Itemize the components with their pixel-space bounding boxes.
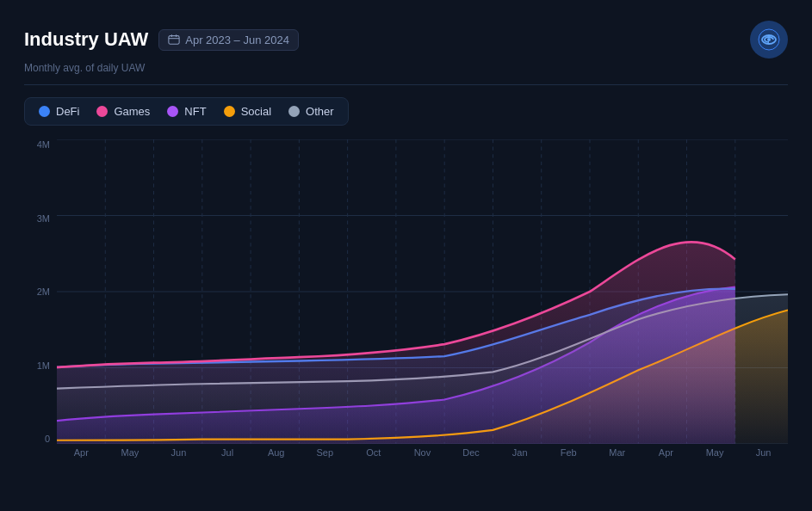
legend-label-other: Other [306,105,334,118]
x-label-may-23: May [106,447,155,458]
y-label-2m: 2M [24,286,57,297]
x-label-feb-24: Feb [544,447,593,458]
x-label-oct-23: Oct [350,447,399,458]
legend-item-other[interactable]: Other [288,105,334,118]
svg-rect-0 [169,36,179,45]
x-label-jan-24: Jan [495,447,544,458]
x-label-jun-24: Jun [739,447,788,458]
x-axis: Apr May Jun Jul Aug Sep Oct Nov Dec Jan … [57,444,788,466]
legend-dot-defi [39,106,50,117]
y-label-3m: 3M [24,213,57,224]
logo-icon [758,28,780,51]
legend-label-nft: NFT [184,105,206,118]
chart-svg [57,139,788,444]
x-label-sep-23: Sep [301,447,350,458]
page-title: Industry UAW [24,28,148,51]
x-label-aug-23: Aug [251,447,301,458]
svg-point-5 [767,38,771,41]
x-label-jun-23: Jun [154,447,203,458]
x-label-mar-24: Mar [593,447,642,458]
legend-label-defi: DeFi [56,105,79,118]
x-label-nov-23: Nov [398,447,447,458]
dashboard-container: Industry UAW Apr 2023 – Jun 2024 Monthly… [0,0,812,511]
calendar-icon [168,34,180,46]
legend-item-defi[interactable]: DeFi [39,105,79,118]
divider [24,84,788,85]
y-label-4m: 4M [24,139,57,150]
legend: DeFi Games NFT Social Other [24,97,349,126]
legend-dot-nft [167,106,178,117]
legend-dot-games [96,106,108,117]
date-range-text: Apr 2023 – Jun 2024 [185,34,289,46]
chart-area: 4M 3M 2M 1M 0 [24,139,788,466]
x-label-may-24: May [691,447,740,458]
title-row: Industry UAW Apr 2023 – Jun 2024 [24,28,299,51]
y-label-1m: 1M [24,360,57,371]
chart-inner [57,139,788,444]
x-label-jul-23: Jul [203,447,252,458]
date-range-badge[interactable]: Apr 2023 – Jun 2024 [158,29,299,51]
x-label-apr-24: Apr [642,447,691,458]
legend-label-games: Games [114,105,150,118]
games-area [57,242,735,444]
legend-label-social: Social [241,105,271,118]
legend-item-nft[interactable]: NFT [167,105,206,118]
legend-item-social[interactable]: Social [224,105,271,118]
legend-item-games[interactable]: Games [96,105,150,118]
header: Industry UAW Apr 2023 – Jun 2024 [24,21,788,58]
y-axis: 4M 3M 2M 1M 0 [24,139,57,466]
x-label-dec-23: Dec [447,447,496,458]
y-label-0: 0 [24,434,57,444]
legend-dot-social [224,106,235,117]
chart-subtitle: Monthly avg. of daily UAW [24,62,788,74]
legend-dot-other [288,106,300,117]
logo-button[interactable] [750,21,788,58]
x-label-apr-23: Apr [57,447,106,458]
